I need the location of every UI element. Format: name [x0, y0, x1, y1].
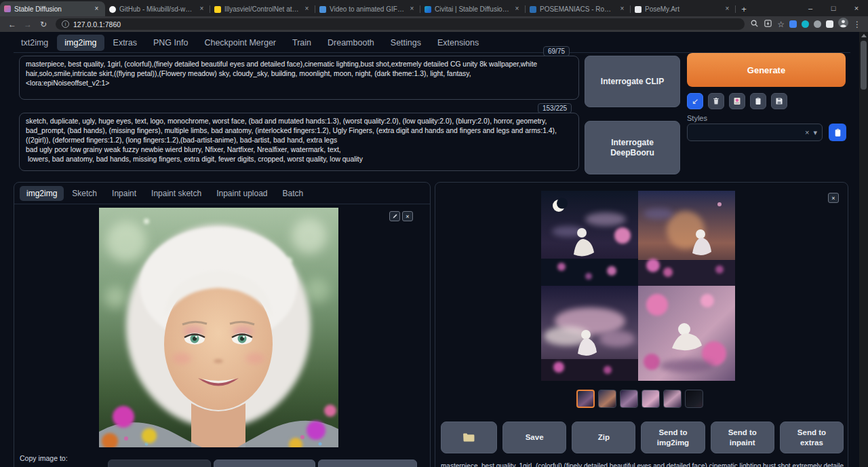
tab-txt2img[interactable]: txt2img [14, 35, 56, 51]
gif-converter-favicon [319, 6, 326, 13]
copy-to-img2img-button[interactable]: img2img [108, 460, 211, 467]
copy-styles-button[interactable] [829, 124, 846, 141]
back-button[interactable]: ← [5, 18, 19, 31]
browser-tab-controlnet[interactable]: Illyasviel/ControlNet at main × [210, 2, 315, 16]
extra-networks-button[interactable] [729, 93, 745, 109]
thumbnail-5[interactable] [663, 390, 682, 408]
save-button[interactable]: Save [502, 422, 566, 453]
tab-close-icon[interactable]: × [197, 5, 206, 14]
mode-tab-inpaint-sketch[interactable]: Inpaint sketch [144, 186, 208, 201]
tab-img2img[interactable]: img2img [57, 35, 104, 51]
source-image[interactable] [99, 208, 338, 447]
tab-close-icon[interactable]: × [513, 5, 521, 14]
generate-button[interactable]: Generate [687, 53, 846, 87]
browser-tab-github[interactable]: GitHub - Mikubill/sd-webui-con... × [105, 2, 210, 16]
tab-close-icon[interactable]: × [92, 5, 101, 14]
stable-diffusion-favicon [4, 5, 11, 12]
close-window-button[interactable]: × [845, 0, 868, 16]
scrollbar-up-arrow[interactable] [861, 34, 867, 37]
tab-extensions[interactable]: Extensions [430, 35, 486, 51]
send-to-extras-button[interactable]: Send to extras [780, 422, 844, 453]
interrogate-deepbooru-button[interactable]: Interrogate DeepBooru [585, 121, 680, 174]
mode-tab-inpaint[interactable]: Inpaint [105, 186, 143, 201]
thumbnail-3[interactable] [620, 390, 638, 408]
tab-settings[interactable]: Settings [383, 35, 429, 51]
browser-tab-posemyart[interactable]: PoseMy.Art × [631, 2, 736, 16]
zip-button[interactable]: Zip [572, 422, 635, 453]
copy-to-sketch-button[interactable]: sketch [214, 460, 315, 467]
browser-menu-icon[interactable]: ⋮ [853, 20, 861, 29]
image-tools: × [389, 211, 413, 221]
edit-image-button[interactable] [389, 211, 400, 221]
extension-icon-1[interactable] [789, 20, 797, 28]
tab-close-icon[interactable]: × [723, 5, 732, 14]
tab-extras[interactable]: Extras [106, 35, 144, 51]
browser-window: Stable Diffusion × GitHub - Mikubill/sd-… [0, 0, 868, 467]
tab-close-icon[interactable]: × [408, 5, 416, 14]
thumbnail-6[interactable] [685, 390, 703, 408]
extension-icon-2[interactable] [802, 20, 809, 28]
huggingface-favicon [214, 6, 221, 13]
page-scrollbar[interactable] [859, 32, 868, 467]
tab-close-icon[interactable]: × [302, 5, 311, 14]
url-text[interactable]: 127.0.0.1:7860 [73, 20, 121, 29]
tab-title: Civitai | Stable Diffusion model... [435, 5, 509, 13]
results-gallery-panel: × Save Zip Send to img2img Send to inpai… [435, 182, 848, 467]
install-app-icon[interactable] [764, 18, 772, 31]
save-style-button[interactable] [771, 93, 787, 109]
profile-avatar[interactable] [838, 18, 848, 31]
extension-icon-3[interactable] [814, 20, 821, 28]
paste-params-button[interactable]: ↙ [687, 93, 703, 109]
apply-style-button[interactable] [750, 93, 766, 109]
result-image-1[interactable] [541, 191, 638, 286]
send-to-img2img-button[interactable]: Send to img2img [641, 422, 705, 453]
site-info-icon[interactable]: i [62, 20, 69, 28]
address-bar[interactable]: i 127.0.0.1:7860 [56, 18, 745, 30]
new-tab-button[interactable]: + [736, 2, 752, 16]
forward-button[interactable]: → [21, 18, 35, 31]
result-image-3[interactable] [541, 286, 638, 381]
reload-button[interactable]: ↻ [37, 18, 50, 31]
prompt-input[interactable]: masterpiece, best quality, 1girl, (color… [19, 56, 579, 100]
negative-prompt-input[interactable]: sketch, duplicate, ugly, huge eyes, text… [19, 113, 579, 171]
tab-close-icon[interactable]: × [618, 5, 627, 14]
zoom-indicator-icon[interactable] [750, 18, 759, 31]
clear-styles-icon[interactable]: × [805, 129, 809, 136]
close-gallery-button[interactable]: × [828, 193, 839, 203]
tab-checkpoint-merger[interactable]: Checkpoint Merger [197, 35, 283, 51]
result-image-2[interactable] [638, 191, 735, 286]
tab-png-info[interactable]: PNG Info [146, 35, 195, 51]
thumbnail-4[interactable] [642, 390, 660, 408]
result-image-4[interactable] [638, 286, 735, 381]
minimize-button[interactable]: – [799, 0, 822, 16]
browser-tab-posemaniacs[interactable]: POSEMANIACS - Royalty free 3... × [526, 2, 631, 16]
tab-title: Video to animated GIF converter [330, 5, 404, 13]
styles-dropdown[interactable]: × ▾ [687, 124, 823, 141]
tab-dreambooth[interactable]: Dreambooth [320, 35, 382, 51]
maximize-button[interactable]: □ [822, 0, 845, 16]
extension-icon-4[interactable] [826, 20, 833, 28]
send-to-inpaint-button[interactable]: Send to inpaint [711, 422, 774, 453]
browser-tab-stable-diffusion[interactable]: Stable Diffusion × [0, 1, 105, 16]
main-tab-bar: txt2img img2img Extras PNG Info Checkpoi… [14, 35, 850, 53]
bookmark-star-icon[interactable]: ☆ [777, 20, 785, 29]
mode-tab-img2img[interactable]: img2img [20, 186, 64, 201]
thumbnail-2[interactable] [598, 390, 616, 408]
browser-tab-civitai[interactable]: Civitai | Stable Diffusion model... × [420, 2, 526, 16]
tab-title: Illyasviel/ControlNet at main [224, 5, 299, 13]
mode-tab-batch[interactable]: Batch [276, 186, 311, 201]
browser-tab-gif-converter[interactable]: Video to animated GIF converter × [315, 2, 420, 16]
tab-train[interactable]: Train [285, 35, 319, 51]
scrollbar-thumb[interactable] [861, 41, 867, 90]
open-folder-button[interactable] [441, 422, 497, 453]
thumbnail-1[interactable] [576, 390, 595, 408]
mode-tab-inpaint-upload[interactable]: Inpaint upload [210, 186, 274, 201]
toolbar-icons: ☆ ⋮ [750, 18, 863, 31]
copy-to-inpaint-button[interactable]: inpaint [318, 460, 417, 467]
clear-prompt-button[interactable] [708, 93, 724, 109]
remove-image-button[interactable]: × [402, 211, 413, 221]
img2img-input-panel: img2img Sketch Inpaint Inpaint sketch In… [14, 182, 431, 467]
negative-token-counter: 153/225 [538, 103, 572, 113]
mode-tab-sketch[interactable]: Sketch [65, 186, 104, 201]
interrogate-clip-button[interactable]: Interrogate CLIP [585, 56, 680, 107]
